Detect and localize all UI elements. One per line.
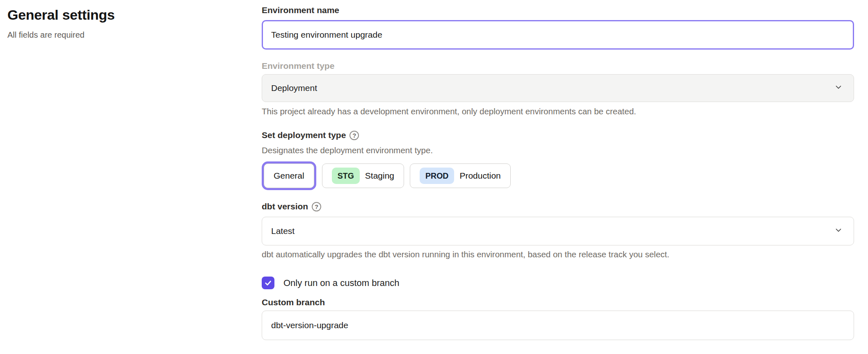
custom-branch-toggle-label: Only run on a custom branch bbox=[283, 277, 399, 289]
environment-name-input[interactable] bbox=[262, 20, 854, 50]
chevron-down-icon bbox=[834, 226, 843, 237]
help-icon[interactable]: ? bbox=[349, 131, 359, 140]
deployment-type-description: Designates the deployment environment ty… bbox=[262, 145, 854, 156]
chevron-down-icon bbox=[834, 83, 843, 94]
deployment-type-options: General STG Staging PROD Production bbox=[262, 163, 854, 188]
custom-branch-toggle-row[interactable]: Only run on a custom branch bbox=[262, 277, 854, 289]
production-badge: PROD bbox=[420, 168, 454, 184]
general-settings-form: Environment name Environment type Deploy… bbox=[262, 0, 854, 340]
deployment-type-production-label: Production bbox=[459, 171, 500, 181]
deployment-type-general-label: General bbox=[274, 171, 304, 181]
page-subtitle: All fields are required bbox=[7, 30, 237, 40]
environment-type-value: Deployment bbox=[271, 83, 317, 93]
custom-branch-input[interactable] bbox=[262, 311, 854, 340]
dbt-version-helper: dbt automatically upgrades the dbt versi… bbox=[262, 249, 854, 260]
dbt-version-label: dbt version ? bbox=[262, 201, 854, 212]
environment-name-label: Environment name bbox=[262, 5, 854, 16]
settings-intro: General settings All fields are required bbox=[7, 6, 237, 40]
deployment-type-label: Set deployment type ? bbox=[262, 129, 854, 141]
dbt-version-select[interactable]: Latest bbox=[262, 217, 854, 245]
dbt-version-value: Latest bbox=[271, 226, 295, 236]
staging-badge: STG bbox=[332, 168, 360, 184]
checkbox-checked-icon[interactable] bbox=[262, 277, 274, 289]
environment-type-select[interactable]: Deployment bbox=[262, 74, 854, 102]
environment-type-label: Environment type bbox=[262, 60, 854, 72]
deployment-type-staging-label: Staging bbox=[365, 171, 394, 181]
environment-type-helper: This project already has a development e… bbox=[262, 106, 854, 117]
deployment-type-production-button[interactable]: PROD Production bbox=[410, 163, 511, 188]
custom-branch-label: Custom branch bbox=[262, 297, 854, 308]
deployment-type-staging-button[interactable]: STG Staging bbox=[322, 163, 404, 188]
help-icon[interactable]: ? bbox=[312, 202, 321, 211]
deployment-type-general-button[interactable]: General bbox=[264, 163, 314, 188]
page-title: General settings bbox=[7, 6, 237, 24]
